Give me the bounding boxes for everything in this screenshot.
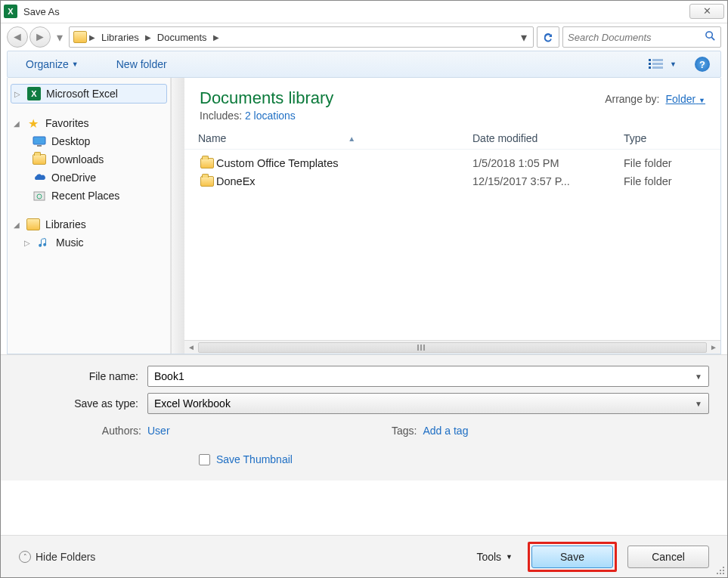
close-icon: ✕ [703, 5, 711, 17]
chevron-up-icon: ˄ [19, 551, 31, 563]
thumbnail-label: Save Thumbnail [216, 453, 293, 465]
cancel-label: Cancel [652, 551, 685, 563]
save-as-dialog: X Save As ✕ ◄ ► ▾ ▶ Libraries ▶ Document… [0, 0, 728, 578]
new-folder-button[interactable]: New folder [109, 55, 175, 73]
scroll-right-icon[interactable]: ► [707, 343, 720, 351]
expand-icon[interactable]: ▷ [23, 239, 32, 247]
tree-music[interactable]: ▷ Music [8, 233, 170, 252]
authors-value[interactable]: User [147, 425, 170, 437]
save-thumbnail-option[interactable]: Save Thumbnail [19, 437, 709, 471]
toolbar: Organize ▼ New folder ▼ ? [7, 51, 721, 78]
thumbnail-checkbox[interactable] [199, 454, 210, 465]
tree-desktop[interactable]: Desktop [8, 132, 170, 150]
locations-link[interactable]: 2 locations [245, 110, 296, 122]
search-box[interactable] [562, 26, 721, 48]
recent-locations-button[interactable]: ▾ [54, 28, 66, 46]
tree-favorites[interactable]: ◢ ★ Favorites [8, 114, 170, 132]
search-input[interactable] [568, 32, 705, 43]
folder-icon [198, 176, 216, 187]
chevron-down-icon: ▼ [506, 553, 513, 561]
tree-microsoft-excel[interactable]: ▷ X Microsoft Excel [11, 84, 167, 104]
libraries-icon [26, 218, 41, 231]
svg-rect-4 [649, 63, 651, 65]
filename-input[interactable]: Book1 ▼ [147, 366, 709, 387]
svg-point-0 [706, 31, 712, 37]
tree-label: Desktop [51, 135, 166, 147]
svg-rect-7 [652, 66, 663, 69]
downloads-icon [32, 153, 47, 166]
view-icon [649, 58, 665, 70]
main-area: ▷ X Microsoft Excel ◢ ★ Favorites Deskto… [7, 78, 721, 354]
cancel-button[interactable]: Cancel [627, 546, 709, 568]
save-label: Save [560, 551, 584, 563]
content-pane: Documents library Includes: 2 locations … [184, 78, 720, 354]
col-type[interactable]: Type [624, 132, 707, 144]
col-date[interactable]: Date modified [472, 132, 624, 144]
star-icon: ★ [26, 116, 41, 130]
desktop-icon [32, 134, 47, 148]
svg-rect-17 [723, 573, 724, 574]
scroll-left-icon[interactable]: ◄ [184, 343, 198, 351]
search-icon [705, 30, 716, 45]
arrange-value[interactable]: Folder ▼ [666, 93, 706, 105]
hide-folders-button[interactable]: ˄ Hide Folders [19, 551, 95, 563]
help-button[interactable]: ? [695, 57, 710, 72]
titlebar: X Save As ✕ [1, 1, 727, 23]
tags-value[interactable]: Add a tag [423, 425, 469, 437]
resize-grip[interactable] [715, 565, 726, 576]
file-list[interactable]: Custom Office Templates 1/5/2018 1:05 PM… [184, 150, 720, 195]
saveastype-combo[interactable]: Excel Workbook ▼ [147, 393, 709, 414]
svg-line-1 [711, 37, 714, 40]
arrange-by: Arrange by: Folder ▼ [605, 93, 705, 105]
horizontal-scrollbar[interactable]: ◄ ► [184, 340, 720, 354]
tree-recent-places[interactable]: Recent Places [8, 187, 170, 205]
organize-menu[interactable]: Organize ▼ [18, 55, 86, 73]
breadcrumb[interactable]: ▶ Libraries ▶ Documents ▶ ▾ [69, 26, 534, 48]
svg-rect-8 [33, 137, 45, 144]
file-row[interactable]: Custom Office Templates 1/5/2018 1:05 PM… [198, 154, 707, 172]
sort-asc-icon: ▲ [231, 134, 472, 143]
filename-value: Book1 [154, 370, 184, 382]
column-headers[interactable]: Name▲ Date modified Type [184, 125, 720, 150]
file-name: Custom Office Templates [216, 157, 472, 169]
chevron-right-icon: ▶ [144, 33, 153, 42]
collapse-icon[interactable]: ◢ [12, 119, 21, 128]
tree-label: Libraries [45, 218, 166, 230]
chevron-down-icon[interactable]: ▼ [695, 372, 702, 381]
excel-icon: X [26, 87, 42, 100]
save-button[interactable]: Save [531, 546, 613, 568]
sidebar-scrollbar[interactable] [171, 78, 184, 354]
scroll-track[interactable] [198, 342, 707, 353]
svg-rect-2 [649, 59, 651, 61]
tree-label: Microsoft Excel [46, 88, 165, 100]
col-name[interactable]: Name▲ [198, 132, 472, 144]
breadcrumb-dropdown[interactable]: ▾ [518, 30, 530, 45]
expand-icon[interactable]: ▷ [13, 90, 22, 98]
tools-menu[interactable]: Tools ▼ [476, 551, 513, 563]
tree-downloads[interactable]: Downloads [8, 150, 170, 168]
refresh-button[interactable] [537, 26, 559, 48]
change-view-button[interactable]: ▼ [643, 58, 683, 70]
forward-button[interactable]: ► [29, 26, 51, 48]
chevron-down-icon: ▼ [670, 60, 677, 68]
svg-rect-13 [720, 570, 721, 571]
window-title: Save As [23, 6, 689, 17]
close-button[interactable]: ✕ [689, 4, 724, 19]
breadcrumb-libraries[interactable]: Libraries [97, 27, 144, 47]
tree-libraries[interactable]: ◢ Libraries [8, 215, 170, 233]
collapse-icon[interactable]: ◢ [12, 221, 21, 229]
tags-label: Tags: [364, 425, 417, 437]
file-name: DoneEx [216, 175, 472, 187]
chevron-right-icon: ▶ [212, 33, 221, 42]
back-button[interactable]: ◄ [7, 26, 28, 48]
tree-label: Music [56, 236, 166, 249]
chevron-down-icon: ▼ [699, 97, 705, 104]
breadcrumb-documents[interactable]: Documents [153, 27, 212, 47]
form-area: File name: Book1 ▼ Save as type: Excel W… [1, 354, 727, 481]
tree-onedrive[interactable]: OneDrive [8, 168, 170, 187]
file-row[interactable]: DoneEx 12/15/2017 3:57 P... File folder [198, 172, 707, 190]
chevron-down-icon[interactable]: ▼ [695, 400, 702, 408]
highlight-save: Save [528, 542, 617, 572]
organize-label: Organize [26, 58, 69, 70]
authors-label: Authors: [19, 425, 141, 437]
